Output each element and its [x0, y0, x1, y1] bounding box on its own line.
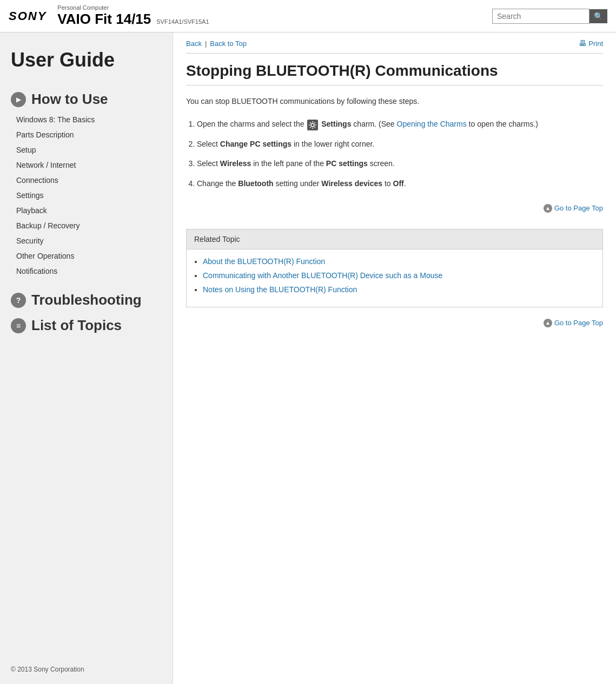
sidebar-item-connections[interactable]: Connections [11, 173, 173, 188]
step4-bold3: Off [393, 179, 404, 188]
title-divider [186, 85, 603, 86]
product-info: Personal Computer VAIO Fit 14/15 SVF14A1… [57, 4, 209, 28]
top-arrow-icon-2: ▲ [544, 319, 552, 327]
related-topic-body: About the BLUETOOTH(R) Function Communic… [187, 249, 602, 307]
related-link-2[interactable]: Communicating with Another BLUETOOTH(R) … [203, 271, 442, 280]
svg-line-7 [315, 127, 315, 127]
sidebar-section-list-of-topics[interactable]: ≡ List of Topics [11, 317, 173, 334]
sidebar-footer: © 2013 Sony Corporation [11, 644, 173, 673]
sidebar-section-how-to-use[interactable]: ▶ How to Use [11, 91, 173, 108]
step1-text-mid2: charm. (See [353, 120, 394, 128]
sidebar-item-backup[interactable]: Backup / Recovery [11, 218, 173, 233]
svg-line-8 [315, 122, 315, 123]
go-to-top-label-2: Go to Page Top [554, 319, 603, 327]
print-link[interactable]: 🖶 Print [579, 39, 603, 48]
search-input[interactable] [492, 9, 589, 24]
print-icon: 🖶 [579, 39, 586, 48]
print-label: Print [588, 40, 603, 48]
related-link-3[interactable]: Notes on Using the BLUETOOTH(R) Function [203, 285, 357, 294]
step-2: Select Change PC settings in the lower r… [197, 138, 603, 150]
sidebar-item-setup[interactable]: Setup [11, 142, 173, 157]
sidebar-item-network[interactable]: Network / Internet [11, 157, 173, 173]
go-to-page-top-1: ▲ Go to Page Top [186, 198, 603, 218]
step1-text-before: Open the charms and select the [197, 120, 304, 128]
product-model: SVF14A1/SVF15A1 [156, 18, 209, 25]
troubleshooting-icon: ? [11, 293, 26, 308]
step-1: Open the charms and select the [197, 118, 603, 130]
sidebar: User Guide ▶ How to Use Windows 8: The B… [0, 32, 173, 684]
content-intro: You can stop BLUETOOTH communications by… [186, 95, 603, 107]
how-to-use-label: How to Use [31, 91, 108, 108]
related-link-item-3: Notes on Using the BLUETOOTH(R) Function [203, 285, 592, 294]
search-button[interactable]: 🔍 [589, 9, 607, 23]
step1-link[interactable]: Opening the Charms [397, 120, 467, 128]
sidebar-item-settings[interactable]: Settings [11, 188, 173, 203]
go-to-top-link-2[interactable]: ▲ Go to Page Top [544, 319, 603, 327]
step4-bold1: Bluetooth [238, 179, 273, 188]
related-topic-header: Related Topic [187, 229, 602, 249]
list-of-topics-icon: ≡ [11, 318, 26, 333]
breadcrumb-back-to-top[interactable]: Back to Top [210, 40, 247, 48]
related-topic-box: Related Topic About the BLUETOOTH(R) Fun… [186, 229, 603, 307]
step-4: Change the Bluetooth setting under Wirel… [197, 177, 603, 189]
related-link-item-2: Communicating with Another BLUETOOTH(R) … [203, 271, 592, 280]
sidebar-item-security[interactable]: Security [11, 233, 173, 248]
troubleshooting-label: Troubleshooting [31, 292, 142, 308]
sidebar-section-troubleshooting[interactable]: ? Troubleshooting [11, 292, 173, 308]
main-content: Back | Back to Top 🖶 Print Stopping BLUE… [173, 32, 616, 684]
layout: User Guide ▶ How to Use Windows 8: The B… [0, 32, 616, 684]
steps-list: Open the charms and select the [197, 118, 603, 189]
page-title: Stopping BLUETOOTH(R) Communications [186, 62, 603, 80]
related-link-1[interactable]: About the BLUETOOTH(R) Function [203, 257, 325, 266]
product-subtitle: Personal Computer [57, 4, 209, 11]
go-to-top-label-1: Go to Page Top [554, 204, 603, 212]
how-to-use-icon: ▶ [11, 92, 26, 107]
sony-logo: SONY [9, 9, 47, 23]
search-area: 🔍 [492, 9, 607, 24]
breadcrumb: Back | Back to Top [186, 40, 247, 48]
related-link-item-1: About the BLUETOOTH(R) Function [203, 257, 592, 266]
breadcrumb-separator: | [205, 40, 207, 48]
svg-line-9 [310, 127, 310, 127]
header-left: SONY Personal Computer VAIO Fit 14/15 SV… [9, 4, 209, 28]
step-3: Select Wireless in the left pane of the … [197, 157, 603, 169]
header: SONY Personal Computer VAIO Fit 14/15 SV… [0, 0, 616, 32]
step1-bold: Settings [321, 120, 351, 128]
breadcrumb-back[interactable]: Back [186, 40, 202, 48]
sidebar-item-windows8[interactable]: Windows 8: The Basics [11, 112, 173, 127]
sidebar-item-playback[interactable]: Playback [11, 203, 173, 218]
step4-bold2: Wireless devices [321, 179, 382, 188]
product-title: VAIO Fit 14/15 [57, 11, 151, 28]
go-to-page-top-2: ▲ Go to Page Top [186, 313, 603, 333]
list-of-topics-label: List of Topics [31, 317, 122, 334]
sidebar-title: User Guide [11, 49, 173, 71]
step3-bold2: PC settings [326, 159, 368, 168]
settings-gear-icon [307, 120, 318, 130]
top-arrow-icon-1: ▲ [544, 204, 552, 213]
step1-text-after2: to open the charms.) [469, 120, 538, 128]
step2-bold: Change PC settings [220, 140, 292, 148]
sidebar-item-other[interactable]: Other Operations [11, 248, 173, 264]
related-links-list: About the BLUETOOTH(R) Function Communic… [203, 257, 592, 294]
sidebar-item-notifications[interactable]: Notifications [11, 264, 173, 279]
go-to-top-link-1[interactable]: ▲ Go to Page Top [544, 204, 603, 213]
step3-bold1: Wireless [220, 159, 251, 168]
sidebar-item-parts[interactable]: Parts Description [11, 127, 173, 142]
svg-line-6 [310, 122, 310, 123]
breadcrumb-bar: Back | Back to Top 🖶 Print [186, 32, 603, 54]
